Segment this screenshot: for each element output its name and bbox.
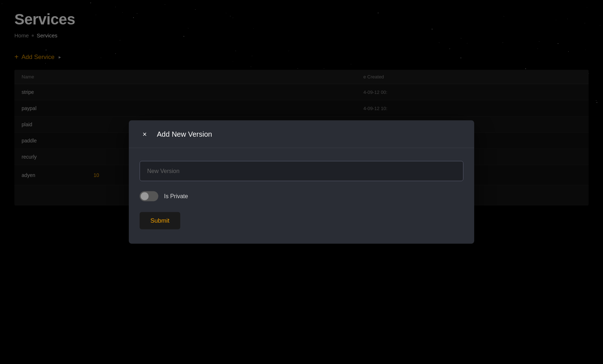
close-icon: × bbox=[142, 130, 147, 138]
is-private-label: Is Private bbox=[164, 193, 188, 200]
modal-close-button[interactable]: × bbox=[140, 129, 150, 139]
is-private-toggle[interactable] bbox=[140, 191, 158, 201]
toggle-track bbox=[140, 191, 158, 201]
modal-header: × Add New Version bbox=[129, 120, 474, 148]
modal-title: Add New Version bbox=[157, 130, 212, 138]
submit-button[interactable]: Submit bbox=[140, 212, 180, 229]
submit-label: Submit bbox=[150, 217, 169, 224]
toggle-thumb bbox=[141, 192, 149, 200]
modal-body: Is Private Submit bbox=[129, 148, 474, 244]
new-version-input[interactable] bbox=[140, 161, 463, 181]
add-new-version-modal: × Add New Version Is Private Submit bbox=[129, 120, 474, 244]
is-private-row: Is Private bbox=[140, 191, 463, 201]
